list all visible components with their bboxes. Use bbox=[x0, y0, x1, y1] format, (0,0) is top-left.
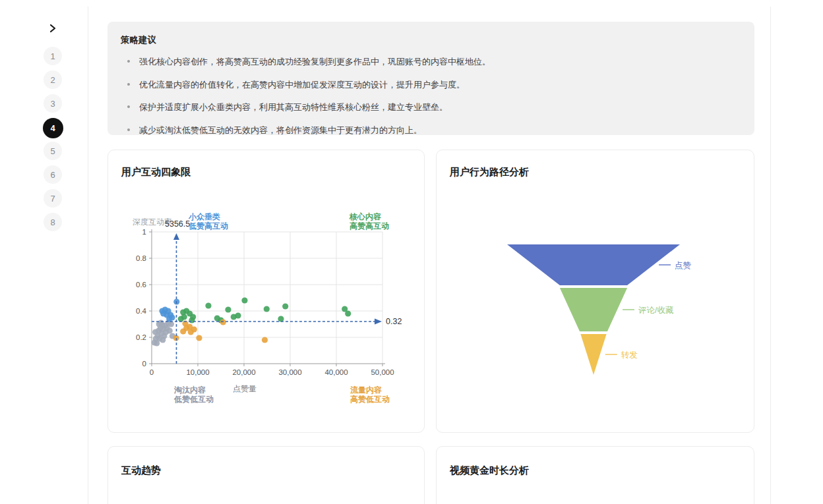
strategy-bullet-list: 强化核心内容创作，将高赞高互动的成功经验复制到更多作品中，巩固账号的内容中枢地位… bbox=[121, 56, 739, 136]
x-tick-label: 40,000 bbox=[324, 368, 348, 376]
mean-line-vertical-arrow bbox=[173, 233, 179, 240]
page-nav-item-6[interactable]: 6 bbox=[44, 165, 62, 184]
strategy-bullet-text: 强化核心内容创作，将高赞高互动的成功经验复制到更多作品中，巩固账号的内容中枢地位… bbox=[139, 56, 491, 68]
quadrant-label-line: 高赞低互动 bbox=[350, 395, 390, 404]
quadrant-label-traffic: 流量内容高赞低互动 bbox=[350, 385, 390, 404]
duration-chart-card: 视频黄金时长分析 bbox=[436, 446, 754, 504]
funnel-stage-3 bbox=[580, 334, 606, 375]
strategy-panel: 策略建议 强化核心内容创作，将高赞高互动的成功经验复制到更多作品中，巩固账号的内… bbox=[107, 22, 754, 135]
quadrant-label-line: 流量内容 bbox=[350, 385, 382, 395]
quadrant-label-line: 低赞低互动 bbox=[173, 395, 214, 404]
right-divider bbox=[770, 7, 771, 504]
x-tick-label: 20,000 bbox=[232, 368, 255, 376]
x-tick-label: 0 bbox=[150, 368, 154, 376]
bullet-dot-icon bbox=[127, 83, 130, 86]
page-nav: 12345678 bbox=[42, 22, 64, 237]
scatter-point bbox=[196, 335, 202, 341]
funnel-stage-label: 点赞 bbox=[675, 261, 692, 270]
strategy-bullet: 强化核心内容创作，将高赞高互动的成功经验复制到更多作品中，巩固账号的内容中枢地位… bbox=[121, 56, 739, 68]
x-tick-label: 30,000 bbox=[278, 368, 301, 376]
trend-chart-card: 互动趋势 bbox=[107, 446, 425, 504]
scatter-point bbox=[262, 337, 268, 343]
funnel-stage-label: 转发 bbox=[621, 350, 638, 360]
scatter-point bbox=[181, 314, 187, 320]
scatter-point bbox=[264, 306, 270, 312]
quadrant-chart-card: 用户互动四象限 010,00020,00030,00040,00050,0000… bbox=[107, 150, 425, 433]
funnel-stage-label: 评论/收藏 bbox=[638, 306, 673, 315]
scatter-series-traffic bbox=[173, 319, 268, 343]
strategy-bullet-text: 保护并适度扩展小众垂类内容，利用其高互动特性维系核心粉丝，建立专业壁垒。 bbox=[139, 101, 448, 113]
strategy-title: 策略建议 bbox=[121, 34, 739, 46]
funnel-chart-svg: 点赞评论/收藏转发 bbox=[437, 150, 754, 432]
funnel-stage-1 bbox=[507, 244, 680, 285]
scatter-point bbox=[225, 306, 231, 312]
y-tick-label: 0.8 bbox=[136, 254, 146, 262]
quadrant-label-line: 小众垂类 bbox=[188, 212, 220, 221]
quadrant-label-niche: 小众垂类低赞高互动 bbox=[188, 212, 228, 231]
strategy-bullet-text: 减少或淘汰低赞低互动的无效内容，将创作资源集中于更有潜力的方向上。 bbox=[139, 125, 422, 136]
scatter-point bbox=[282, 303, 288, 309]
strategy-bullet: 优化流量内容的价值转化，在高赞内容中增加促发深度互动的设计，提升用户参与度。 bbox=[121, 79, 739, 91]
strategy-bullet-text: 优化流量内容的价值转化，在高赞内容中增加促发深度互动的设计，提升用户参与度。 bbox=[139, 79, 465, 91]
quadrant-label-line: 高赞高互动 bbox=[350, 221, 389, 231]
y-tick-label: 1 bbox=[142, 228, 146, 236]
mean-x-label: 5356.5 bbox=[165, 219, 190, 229]
duration-chart-title: 视频黄金时长分析 bbox=[450, 464, 529, 477]
trend-chart-title: 互动趋势 bbox=[121, 464, 161, 477]
scatter-point bbox=[235, 312, 241, 318]
page-nav-item-7[interactable]: 7 bbox=[44, 189, 62, 208]
mean-y-label: 0.32 bbox=[386, 317, 402, 326]
collapse-button[interactable] bbox=[46, 22, 59, 35]
page-nav-item-1[interactable]: 1 bbox=[44, 47, 62, 65]
bullet-dot-icon bbox=[127, 105, 130, 108]
quadrant-label-eliminate: 淘汰内容低赞低互动 bbox=[173, 385, 214, 404]
y-tick-label: 0.6 bbox=[136, 281, 146, 289]
scatter-point bbox=[190, 314, 196, 320]
strategy-bullet: 减少或淘汰低赞低互动的无效内容，将创作资源集中于更有潜力的方向上。 bbox=[121, 125, 739, 136]
x-tick-label: 50,000 bbox=[371, 368, 394, 376]
scatter-series-eliminate bbox=[152, 320, 176, 346]
mean-line-horizontal-arrow bbox=[375, 319, 382, 325]
scatter-point bbox=[169, 314, 175, 320]
funnel-stage-2 bbox=[560, 288, 627, 331]
scatter-point bbox=[241, 297, 247, 303]
page-nav-item-5[interactable]: 5 bbox=[44, 142, 62, 160]
scatter-point bbox=[160, 337, 166, 343]
funnel-chart-card: 用户行为路径分析 点赞评论/收藏转发 bbox=[436, 150, 754, 433]
bullet-dot-icon bbox=[127, 60, 130, 63]
y-tick-label: 0 bbox=[142, 360, 146, 368]
scatter-point bbox=[345, 310, 351, 316]
quadrant-label-line: 淘汰内容 bbox=[173, 385, 206, 395]
scatter-series-core bbox=[178, 297, 351, 323]
x-axis-title: 点赞量 bbox=[233, 384, 257, 393]
quadrant-label-line: 低赞高互动 bbox=[188, 221, 228, 231]
chevron-right-icon bbox=[49, 24, 57, 33]
page-nav-item-4[interactable]: 4 bbox=[43, 118, 63, 138]
y-tick-label: 0.2 bbox=[136, 333, 146, 341]
quadrant-chart-svg: 010,00020,00030,00040,00050,00000.20.40.… bbox=[108, 150, 424, 432]
strategy-bullet: 保护并适度扩展小众垂类内容，利用其高互动特性维系核心粉丝，建立专业壁垒。 bbox=[121, 101, 739, 113]
quadrant-label-core: 核心内容高赞高互动 bbox=[349, 212, 389, 231]
quadrant-label-line: 核心内容 bbox=[349, 212, 381, 221]
page-nav-item-8[interactable]: 8 bbox=[44, 213, 62, 231]
bullet-dot-icon bbox=[127, 128, 130, 131]
x-tick-label: 10,000 bbox=[186, 368, 209, 376]
page-nav-item-3[interactable]: 3 bbox=[44, 94, 62, 113]
page-nav-item-2[interactable]: 2 bbox=[44, 70, 62, 89]
scatter-point bbox=[191, 326, 197, 332]
scatter-point bbox=[205, 302, 211, 308]
scatter-point bbox=[167, 327, 173, 333]
scatter-point bbox=[220, 319, 226, 325]
y-tick-label: 0.4 bbox=[136, 307, 147, 315]
left-divider bbox=[88, 7, 88, 504]
